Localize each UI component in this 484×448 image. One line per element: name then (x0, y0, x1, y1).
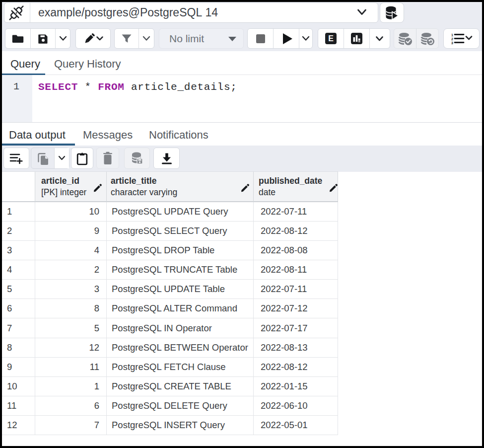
svg-text:2: 2 (451, 37, 453, 40)
svg-text:E: E (328, 34, 334, 43)
svg-text:3: 3 (451, 41, 453, 44)
svg-text:1: 1 (451, 33, 453, 36)
